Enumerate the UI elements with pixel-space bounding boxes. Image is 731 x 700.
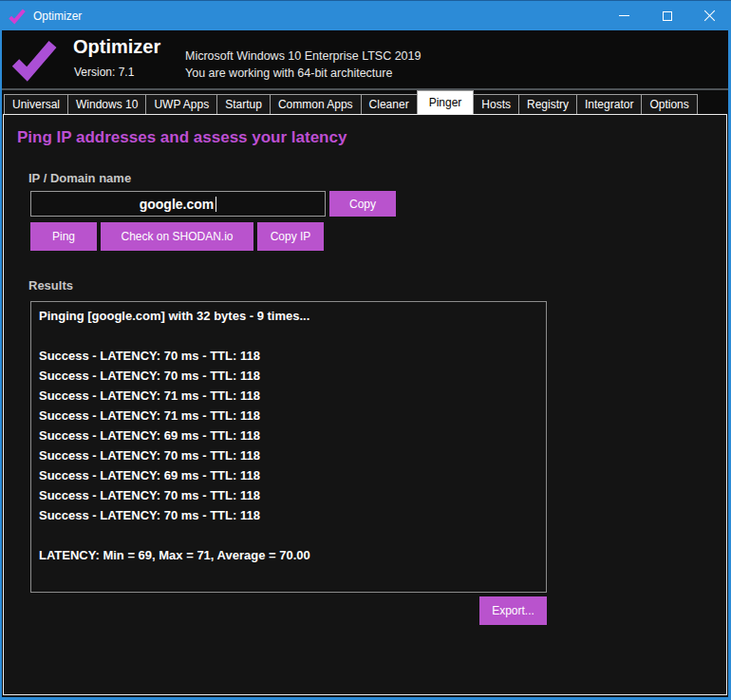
app-checkmark-icon bbox=[9, 8, 26, 25]
tab-windows-10[interactable]: Windows 10 bbox=[67, 94, 146, 114]
app-version: Version: 7.1 bbox=[74, 66, 134, 79]
minimize-icon bbox=[619, 15, 629, 16]
app-window: Optimizer Optimizer Version: 7.1 Microso… bbox=[0, 0, 731, 700]
ip-domain-label: IP / Domain name bbox=[28, 171, 131, 185]
pinger-panel: Ping IP addresses and assess your latenc… bbox=[3, 114, 727, 695]
tab-cleaner[interactable]: Cleaner bbox=[361, 94, 418, 114]
ip-domain-input[interactable]: google.com bbox=[30, 191, 326, 217]
tab-options[interactable]: Options bbox=[641, 94, 697, 114]
check-shodan-button[interactable]: Check on SHODAN.io bbox=[101, 222, 253, 251]
copy-button[interactable]: Copy bbox=[329, 191, 396, 217]
text-caret bbox=[216, 197, 216, 212]
close-button[interactable] bbox=[688, 1, 731, 30]
export-button[interactable]: Export... bbox=[479, 596, 547, 625]
app-header: Optimizer Version: 7.1 Microsoft Windows… bbox=[2, 30, 728, 88]
title-bar[interactable]: Optimizer bbox=[0, 0, 731, 30]
maximize-button[interactable] bbox=[646, 1, 688, 30]
results-label: Results bbox=[28, 278, 73, 293]
tab-hosts[interactable]: Hosts bbox=[473, 94, 519, 114]
close-icon bbox=[703, 9, 716, 22]
maximize-icon bbox=[663, 11, 672, 21]
page-title: Ping IP addresses and assess your latenc… bbox=[17, 128, 347, 147]
architecture-info: You are working with 64-bit architecture bbox=[185, 66, 392, 80]
app-body: Optimizer Version: 7.1 Microsoft Windows… bbox=[2, 30, 728, 697]
window-controls bbox=[603, 1, 731, 30]
copy-ip-button[interactable]: Copy IP bbox=[257, 222, 324, 251]
checkmark-icon bbox=[11, 37, 57, 86]
tab-startup[interactable]: Startup bbox=[216, 94, 271, 114]
app-name: Optimizer bbox=[73, 36, 160, 58]
tab-common-apps[interactable]: Common Apps bbox=[270, 94, 362, 114]
ip-domain-value: google.com bbox=[140, 197, 215, 212]
ping-button[interactable]: Ping bbox=[30, 222, 97, 251]
tab-uwp-apps[interactable]: UWP Apps bbox=[145, 94, 217, 114]
results-textbox[interactable]: Pinging [google.com] with 32 bytes - 9 t… bbox=[30, 301, 547, 593]
tab-strip: UniversalWindows 10UWP AppsStartupCommon… bbox=[2, 90, 728, 114]
minimize-button[interactable] bbox=[603, 1, 646, 30]
tab-pinger[interactable]: Pinger bbox=[417, 90, 475, 114]
window-title: Optimizer bbox=[33, 9, 82, 23]
tab-registry[interactable]: Registry bbox=[518, 94, 577, 114]
tab-universal[interactable]: Universal bbox=[4, 94, 68, 114]
tab-integrator[interactable]: Integrator bbox=[576, 94, 642, 114]
os-name: Microsoft Windows 10 Enterprise LTSC 201… bbox=[185, 49, 421, 63]
